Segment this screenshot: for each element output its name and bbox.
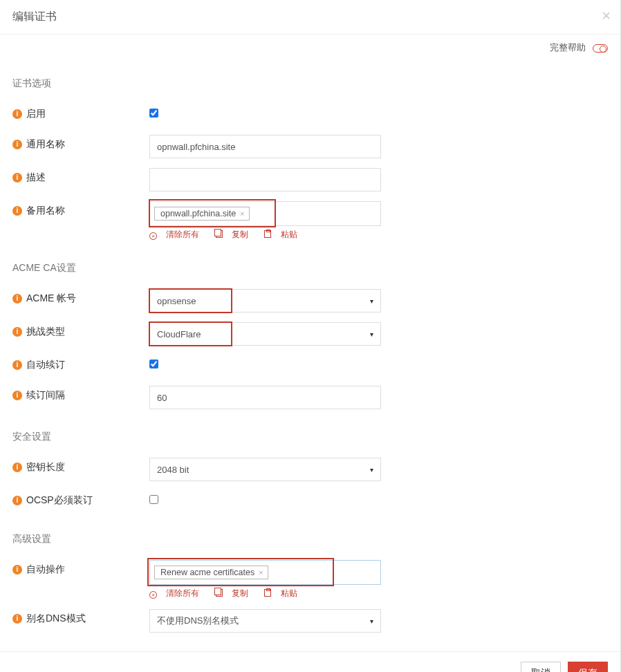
close-icon[interactable]: × [602,7,611,25]
edit-cert-modal: 编辑证书 × 完整帮助 证书选项 i 启用 i 通用名称 [0,0,621,672]
label-auto-renew: i 自动续订 [12,355,149,371]
help-label: 完整帮助 [550,42,586,53]
auto-actions-actions: × 清除所有 复制 粘贴 [149,588,608,599]
section-acme-title: ACME CA设置 [12,245,608,284]
info-icon[interactable]: i [12,565,22,575]
info-icon[interactable]: i [12,173,22,183]
label-key-length: i 密钥长度 [12,458,149,474]
clear-all-link[interactable]: × 清除所有 [149,230,206,239]
label-auto-actions: i 自动操作 [12,560,149,576]
label-challenge-type: i 挑战类型 [12,322,149,338]
row-description: i 描述 [12,163,608,196]
row-auto-actions: i 自动操作 Renew acme certificates × × 清除所有 … [12,555,608,604]
tag-remove-icon[interactable]: × [259,568,263,577]
modal-footer: 取消 保存 [0,651,620,672]
row-alias-dns: i 别名DNS模式 不使用DNS别名模式 ▾ [12,604,608,637]
alt-names-tagbox[interactable]: opnwall.pfchina.site × [149,201,381,226]
paste-link[interactable]: 粘贴 [264,230,304,239]
auto-action-tag[interactable]: Renew acme certificates × [154,566,268,579]
row-enable: i 启用 [12,100,608,130]
info-icon[interactable]: i [12,391,22,400]
description-input[interactable] [149,168,381,192]
info-icon[interactable]: i [12,140,22,149]
label-common-name: i 通用名称 [12,135,149,151]
alt-names-actions: × 清除所有 复制 粘贴 [149,229,608,241]
cancel-button[interactable]: 取消 [521,662,561,672]
info-icon[interactable]: i [12,496,22,505]
modal-header: 编辑证书 × [0,0,620,35]
info-icon[interactable]: i [12,463,22,472]
info-icon[interactable]: i [12,327,22,337]
row-acme-account: i ACME 帐号 opnsense ▾ [12,284,608,317]
info-icon[interactable]: i [12,206,22,216]
label-ocsp: i OCSP必须装订 [12,491,149,507]
acme-account-select[interactable]: opnsense ▾ [149,289,381,312]
chevron-down-icon: ▾ [370,330,373,338]
label-description: i 描述 [12,168,149,184]
row-ocsp: i OCSP必须装订 [12,486,608,516]
label-renew-interval: i 续订间隔 [12,386,149,402]
row-auto-renew: i 自动续订 [12,351,608,381]
section-security-title: 安全设置 [12,414,608,453]
auto-renew-checkbox[interactable] [149,360,158,368]
row-alt-names: i 备用名称 opnwall.pfchina.site × × 清除所有 复制 [12,196,608,245]
info-icon[interactable]: i [12,614,22,624]
help-toggle[interactable] [593,44,608,53]
chevron-down-icon: ▾ [370,617,373,625]
paste-link[interactable]: 粘贴 [264,588,304,598]
info-icon[interactable]: i [12,109,22,119]
section-advanced-title: 高级设置 [12,516,608,555]
challenge-type-select[interactable]: CloudFlare ▾ [149,322,381,346]
label-acme-account: i ACME 帐号 [12,289,149,305]
auto-actions-tagbox[interactable]: Renew acme certificates × [149,560,381,585]
help-row: 完整帮助 [0,35,620,61]
row-common-name: i 通用名称 [12,130,608,163]
alias-dns-select[interactable]: 不使用DNS别名模式 ▾ [149,609,381,633]
info-icon[interactable]: i [12,360,22,370]
info-icon[interactable]: i [12,294,22,304]
copy-link[interactable]: 复制 [216,588,255,598]
alt-name-tag[interactable]: opnwall.pfchina.site × [154,207,250,221]
common-name-input[interactable] [149,135,381,158]
label-alt-names: i 备用名称 [12,201,149,217]
label-enable: i 启用 [12,104,149,120]
ocsp-checkbox[interactable] [149,495,158,504]
enable-checkbox[interactable] [149,109,158,118]
copy-link[interactable]: 复制 [216,230,255,239]
chevron-down-icon: ▾ [370,466,373,474]
key-length-select[interactable]: 2048 bit ▾ [149,458,381,481]
tag-remove-icon[interactable]: × [240,209,244,218]
renew-interval-input[interactable] [149,386,381,409]
row-key-length: i 密钥长度 2048 bit ▾ [12,453,608,486]
clear-all-link[interactable]: × 清除所有 [149,588,206,598]
label-alias-dns: i 别名DNS模式 [12,609,149,625]
save-button[interactable]: 保存 [568,662,608,672]
modal-title: 编辑证书 [12,10,608,24]
row-challenge-type: i 挑战类型 CloudFlare ▾ [12,317,608,351]
chevron-down-icon: ▾ [370,297,373,305]
row-renew-interval: i 续订间隔 [12,381,608,414]
section-cert-title: 证书选项 [12,61,608,100]
